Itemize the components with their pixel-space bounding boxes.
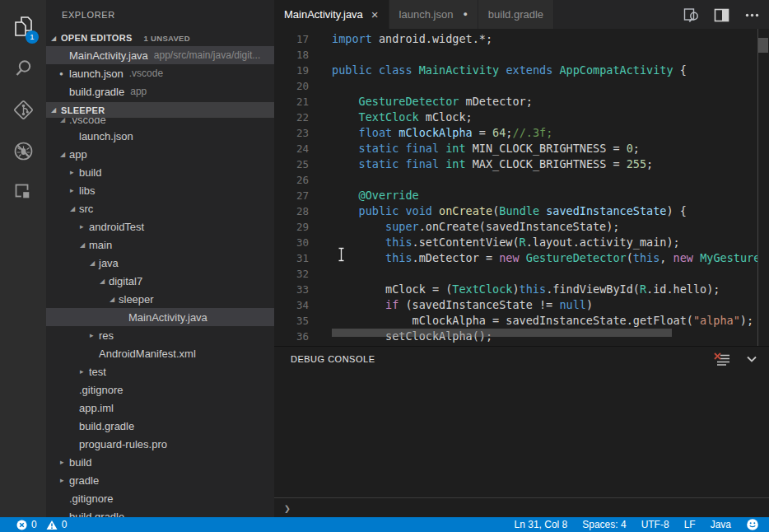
tree-item-libs[interactable]: ▸libs: [46, 181, 274, 199]
open-editors-header[interactable]: ◢ OPEN EDITORS 1 UNSAVED: [46, 30, 274, 46]
tree-item-sleeper[interactable]: ◢sleeper: [46, 290, 274, 308]
tree-item-test[interactable]: ▸test: [46, 362, 274, 380]
tree-item-.gitignore[interactable]: .gitignore: [46, 380, 274, 399]
unsaved-count-badge: 1 UNSAVED: [144, 34, 190, 43]
line-content: mClock = (TextClock)this.findViewById(R.…: [309, 282, 757, 297]
split-editor-icon[interactable]: [713, 7, 730, 24]
tree-item-label: build: [69, 456, 91, 469]
tab-MainActivity.java[interactable]: MainActivity.java×: [274, 0, 389, 29]
error-icon: [16, 520, 27, 530]
tree-item-AndroidManifest.xml[interactable]: AndroidManifest.xml: [46, 344, 274, 362]
tab-launch.json[interactable]: launch.json●: [389, 0, 478, 29]
tree-item-build[interactable]: ▸build: [46, 453, 274, 471]
code-editor[interactable]: 17import android.widget.*;1819public cla…: [274, 29, 769, 346]
activity-bar-item-explorer[interactable]: 1: [0, 7, 46, 48]
status-indentation[interactable]: Spaces: 4: [582, 519, 626, 530]
line-content: import android.widget.*;: [309, 31, 757, 47]
line-content: [309, 78, 757, 94]
activity-bar-item-extensions[interactable]: [0, 171, 46, 212]
file-tree: ◢.vscodelaunch.json◢app▸build▸libs◢src▸a…: [46, 118, 274, 517]
line-number: 36: [274, 329, 309, 344]
vertical-scrollbar[interactable]: [758, 38, 768, 53]
document-search-icon[interactable]: [683, 7, 700, 24]
feedback-smiley-icon[interactable]: [746, 518, 759, 531]
line-number: 23: [274, 125, 309, 141]
editor-group: MainActivity.java×launch.json●build.grad…: [274, 0, 769, 517]
tree-item-label: build: [79, 166, 101, 179]
tree-item-proguard-rules.pro[interactable]: proguard-rules.pro: [46, 435, 274, 453]
sidebar-title: EXPLORER: [46, 0, 274, 30]
scrollbar-track-border: [757, 29, 758, 346]
tree-item-label: build.gradle: [69, 511, 124, 518]
tree-item-label: test: [89, 366, 106, 378]
tree-item-label: app: [69, 148, 87, 161]
tree-item-res[interactable]: ▸res: [46, 326, 274, 344]
tree-item-main[interactable]: ◢main: [46, 236, 274, 254]
folder-section-label: SLEEPER: [61, 105, 105, 115]
close-tab-icon[interactable]: ×: [371, 8, 379, 21]
status-language-mode[interactable]: Java: [711, 519, 731, 530]
tree-item-app[interactable]: ◢app: [46, 145, 274, 163]
line-content: public class MainActivity extends AppCom…: [309, 63, 757, 78]
tree-item-androidTest[interactable]: ▸androidTest: [46, 217, 274, 236]
open-editor-build.gradle[interactable]: build.gradleapp: [46, 82, 274, 100]
folder-section-header[interactable]: ◢ SLEEPER: [46, 102, 274, 118]
line-content: public void onCreate(Bundle savedInstanc…: [309, 203, 757, 219]
chevron-collapsed-icon: ▸: [80, 222, 89, 231]
tree-item-src[interactable]: ◢src: [46, 199, 274, 217]
open-editor-description: .vscode: [129, 68, 163, 79]
tree-item-gradle[interactable]: ▸gradle: [46, 471, 274, 489]
mouse-cursor: [337, 247, 346, 265]
chevron-expanded-icon: ◢: [80, 241, 89, 249]
status-encoding[interactable]: UTF-8: [641, 519, 669, 530]
tree-item-.vscode[interactable]: ◢.vscode: [46, 118, 274, 127]
code-line-25: 25 static final int MAX_CLOCK_BRIGHTNESS…: [274, 156, 757, 172]
tree-item-launch.json[interactable]: launch.json: [46, 127, 274, 145]
code-lines: 17import android.widget.*;1819public cla…: [274, 31, 757, 344]
tree-item-MainActivity.java[interactable]: MainActivity.java: [46, 308, 274, 326]
tab-build.gradle[interactable]: build.gradle: [478, 0, 554, 29]
tree-item-java[interactable]: ◢java: [46, 254, 274, 272]
tab-label: MainActivity.java: [284, 0, 363, 29]
tree-item-digital7[interactable]: ◢digital7: [46, 272, 274, 290]
warning-icon: [46, 520, 58, 530]
chevron-down-icon[interactable]: [744, 352, 759, 370]
status-bar-right: Ln 31, Col 8Spaces: 4UTF-8LFJava: [515, 517, 759, 532]
console-prompt-icon: ❯: [284, 502, 291, 515]
line-number: 29: [274, 219, 309, 235]
tree-item-label: .gitignore: [69, 492, 113, 505]
tree-item-.gitignore[interactable]: .gitignore: [46, 489, 274, 507]
activity-bar-item-search[interactable]: [0, 48, 46, 89]
clear-console-icon[interactable]: [713, 352, 731, 370]
code-line-18: 18: [274, 47, 757, 63]
error-count: 0: [31, 519, 37, 530]
activity-bar-item-source-control[interactable]: [0, 89, 46, 130]
open-editors-label: OPEN EDITORS: [61, 33, 133, 43]
line-content: this.setContentView(R.layout.activity_ma…: [309, 235, 757, 250]
tree-item-label: MainActivity.java: [128, 311, 207, 324]
tree-item-label: src: [79, 203, 93, 215]
line-number: 17: [274, 31, 309, 47]
open-editor-launch.json[interactable]: ●launch.json.vscode: [46, 64, 274, 82]
tree-item-label: proguard-rules.pro: [79, 438, 167, 450]
debug-console-input[interactable]: ❯: [274, 497, 769, 518]
more-actions-icon[interactable]: [743, 7, 761, 24]
line-content: static final int MIN_CLOCK_BRIGHTNESS = …: [309, 141, 757, 156]
tree-item-build[interactable]: ▸build: [46, 163, 274, 181]
status-cursor-position[interactable]: Ln 31, Col 8: [515, 519, 568, 530]
status-eol[interactable]: LF: [684, 519, 696, 530]
panel-actions: [713, 352, 759, 370]
problems-indicator[interactable]: 0 0: [16, 519, 67, 530]
tab-bar: MainActivity.java×launch.json●build.grad…: [274, 0, 769, 29]
line-content: mClockAlpha = savedInstanceState.getFloa…: [309, 313, 757, 329]
open-editor-MainActivity.java[interactable]: MainActivity.javaapp/src/main/java/digit…: [46, 46, 274, 64]
tree-item-label: app.iml: [79, 402, 114, 414]
line-number: 31: [274, 250, 309, 266]
activity-bar-item-debug[interactable]: [0, 130, 46, 171]
horizontal-scrollbar[interactable]: [332, 329, 672, 337]
tree-item-build.gradle[interactable]: build.gradle: [46, 507, 274, 517]
tree-item-build.gradle[interactable]: build.gradle: [46, 417, 274, 435]
tree-item-app.iml[interactable]: app.iml: [46, 399, 274, 417]
tree-item-label: libs: [79, 184, 96, 197]
chevron-expanded-icon: ◢: [60, 118, 69, 124]
